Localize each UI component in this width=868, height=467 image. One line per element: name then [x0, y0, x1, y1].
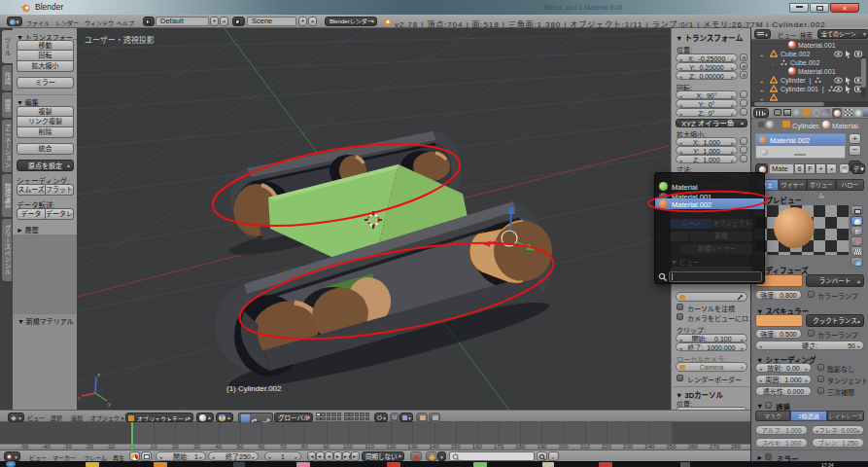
svg-text:y: y [108, 401, 111, 407]
svg-text:x: x [78, 395, 81, 401]
svg-text:z: z [97, 372, 100, 377]
